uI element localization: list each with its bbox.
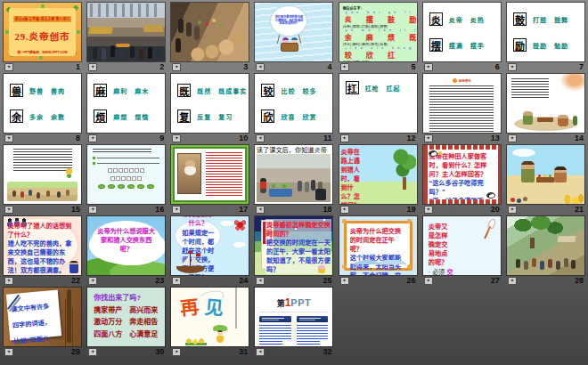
stall-shape	[557, 236, 576, 242]
transition-icon[interactable]: ✦	[88, 63, 97, 71]
umbrella-girl	[213, 325, 227, 344]
slide-thumbnail-11[interactable]: 较 比较 较多 欣 欣喜 欣赏	[255, 74, 332, 133]
slide-strip: ✦ 19	[339, 204, 417, 215]
transition-icon[interactable]: ✦	[508, 277, 517, 285]
slide-thumbnail-27[interactable]: 炎帝又是怎样确定交易地点的呢？ · 必须 交通便利 · 他选定每天正午，在人口密…	[423, 216, 501, 275]
cow-cartoon	[486, 192, 495, 199]
transition-icon[interactable]: ✦	[340, 134, 349, 142]
slide-strip: ✦ 12	[339, 133, 417, 143]
slide-thumbnail-3[interactable]	[171, 3, 249, 61]
lesson-badge-icon	[453, 78, 457, 83]
slide-number: 10	[239, 134, 248, 142]
transition-icon[interactable]: ✦	[256, 348, 265, 356]
transition-icon[interactable]: ✦	[508, 63, 517, 71]
transition-icon[interactable]: ✦	[172, 206, 181, 214]
transition-icon[interactable]: ✦	[424, 277, 433, 285]
slide-thumbnail-13[interactable]: 炎帝创市	[423, 74, 501, 133]
slide-thumbnail-9[interactable]: 麻 麻利 麻木 烦 麻烦 烦恼	[87, 74, 165, 133]
slide-cell-16: ✦ 16	[87, 145, 165, 215]
slide-thumbnail-8[interactable]: 兽 野兽 兽肉 余 多余 余数	[4, 74, 81, 133]
flower-icon	[234, 219, 246, 231]
transition-icon[interactable]: ✦	[88, 206, 97, 214]
credit-text-lines	[259, 325, 291, 339]
slide-thumbnail-29[interactable]: 课文中有许多四字的词语，比如“四面八方”，请你把它们找出来，写在笔记本上。	[4, 288, 81, 346]
slide-thumbnail-25[interactable]: 想一想 炎帝最初怎样确定交换时间的？ 把交换的时间定在一天的正午，大家一看太阳就…	[255, 216, 332, 275]
transition-icon[interactable]: ✦	[88, 348, 97, 356]
slide-number: 14	[575, 134, 584, 142]
slide-thumbnail-14[interactable]	[507, 74, 584, 133]
slide-thumbnail-20[interactable]: 炎帝在种田人家做客时，看到什么？怎样问？主人怎样回答？ “这么多谷子吃得完吗？”…	[423, 145, 501, 204]
slide-thumbnail-12[interactable]: 扛 扛枪 扛起	[339, 74, 417, 133]
slide-thumbnail-16[interactable]	[87, 145, 165, 204]
bin-shape	[315, 189, 326, 200]
transition-icon[interactable]: ✦	[4, 134, 13, 142]
buildings-shape	[90, 4, 162, 17]
slide-thumbnail-4[interactable]: 我们现在看到的集市很方便热闹，你们知道这是谁创造的吗？	[255, 3, 332, 61]
slide-number: 29	[71, 347, 80, 356]
slide-thumbnail-22[interactable]: 炎帝听了猎人的话想到了什么？ 猎人吃不完的兽肉，拿来交换自己需要的东西，这也是不…	[4, 216, 81, 275]
transition-icon[interactable]: ✦	[88, 134, 97, 142]
transition-icon[interactable]: ✦	[256, 277, 265, 285]
slide-thumbnail-23[interactable]: 炎帝为什么想说服大家和猎人交换东西呢？	[87, 216, 165, 275]
slide-cell-29: 课文中有许多四字的词语，比如“四面八方”，请你把它们找出来，写在笔记本上。 ✦ …	[4, 288, 81, 357]
transition-icon[interactable]: ✦	[88, 277, 97, 285]
task-note: 课文中有许多四字的词语，比如“四面八方”，请你把它们找出来，写在笔记本上。	[11, 302, 57, 346]
cartoon-girl	[318, 265, 325, 273]
word-pair: 反复 复习	[197, 112, 233, 121]
slide-thumbnail-31[interactable]: 再见	[171, 288, 249, 346]
transition-icon[interactable]: ✦	[4, 348, 13, 356]
slide-thumbnail-24[interactable]: 为了方便大家交换，炎帝又想到了什么？ 如果规定一个时间，都赶在这个时间来交换，不…	[171, 216, 249, 275]
ppt-logo: 第1PPT	[259, 294, 328, 312]
transition-icon[interactable]: ✦	[172, 134, 181, 142]
word-pair: 麻利 麻木	[113, 86, 149, 95]
slide-thumbnail-28[interactable]	[507, 216, 584, 275]
slide-thumbnail-6[interactable]: 炎 炎帝 炎热 摆 摆满 摆手	[423, 3, 501, 61]
transition-icon[interactable]: ✦	[424, 63, 433, 71]
slide-strip: ✦ 28	[507, 275, 584, 286]
transition-icon[interactable]: ✦	[4, 63, 13, 71]
figure-trader	[558, 115, 568, 126]
slide-number: 23	[155, 276, 164, 285]
transition-icon[interactable]: ✦	[4, 206, 13, 214]
transition-icon[interactable]: ✦	[256, 134, 265, 142]
slide-thumbnail-32[interactable]: 第1PPT	[255, 288, 332, 346]
transition-icon[interactable]: ✦	[256, 206, 265, 214]
slide-thumbnail-2[interactable]	[87, 3, 165, 61]
slide-thumbnail-26[interactable]: 炎帝为什么把交换的时间定在正午呢？ 这个时候大家都能赶得来，太阳当头照，不会记错…	[339, 216, 417, 275]
transition-icon[interactable]: ✦	[172, 348, 181, 356]
slide-thumbnail-10[interactable]: 既 既然 既成事实 复 反复 复习	[171, 74, 249, 133]
slide-thumbnail-1[interactable]: 语文S版 三年级 语文上册 第八单元 29.炎帝创市 第一PPT模板网：WWW.…	[4, 3, 81, 61]
transition-icon[interactable]: ✦	[424, 134, 433, 142]
slide-thumbnail-17[interactable]	[171, 145, 249, 204]
awning-shape	[88, 27, 113, 34]
transition-icon[interactable]: ✦	[508, 206, 517, 214]
transition-icon[interactable]: ✦	[424, 206, 433, 214]
slide-strip: ✦ 21	[507, 204, 584, 215]
transition-icon[interactable]: ✦	[340, 206, 349, 214]
slide-cell-26: 炎帝为什么把交换的时间定在正午呢？ 这个时候大家都能赶得来，太阳当头照，不会记错…	[339, 216, 417, 286]
lesson-text-lines	[429, 85, 494, 132]
slide-thumbnail-30[interactable]: 你找出来了吗? 携家带产 高兴而来 满意而归 激动万分 奔走相告 人来人往 四面…	[87, 288, 165, 346]
slide-thumbnail-21[interactable]	[507, 145, 584, 204]
slide-thumbnail-15[interactable]	[4, 145, 81, 204]
slide-number: 6	[495, 62, 500, 71]
slide-thumbnail-18[interactable]: 读了课文后，你知道炎帝创立了“市”，古人们的交易是怎样的吗？	[255, 145, 332, 204]
slide-thumbnail-19[interactable]: 炎帝在路上遇到猎人时，看到什么？怎样问？猎人怎样回答？ “你们打来的兽肉吃得完吗…	[339, 145, 417, 204]
slide-strip: ✦ 26	[339, 275, 417, 286]
transition-icon[interactable]: ✦	[172, 277, 181, 285]
slide-thumbnail-5[interactable]: 我会认生字： yán bǎi gǔ lì shòu 炎 摆 鼓 励 兽 (炎帝)…	[339, 3, 417, 61]
word-pair: 摆满 摆手	[449, 41, 485, 50]
slide-number: 5	[412, 62, 416, 71]
question-line: 炎帝在路上遇到猎人时，看到什么？怎样问？猎人怎样回答？	[340, 147, 363, 204]
template-credit: 第一PPT模板网：WWW.1PPT.COM	[9, 50, 76, 54]
transition-icon[interactable]: ✦	[340, 277, 349, 285]
slide-thumbnail-7[interactable]: 鼓 打鼓 鼓舞 励 鼓励 勉励	[507, 3, 584, 61]
transition-icon[interactable]: ✦	[172, 63, 181, 71]
transition-icon[interactable]: ✦	[508, 134, 517, 142]
quote-line: “不，谷子多得吃不完，一遇上连阴雨的天气，好多谷子都发霉了。”	[429, 196, 494, 204]
transition-icon[interactable]: ✦	[340, 63, 349, 71]
transition-icon[interactable]: ✦	[4, 277, 13, 285]
lesson-text-lines	[13, 149, 72, 172]
balloon-basket	[281, 43, 298, 52]
transition-icon[interactable]: ✦	[256, 63, 265, 71]
